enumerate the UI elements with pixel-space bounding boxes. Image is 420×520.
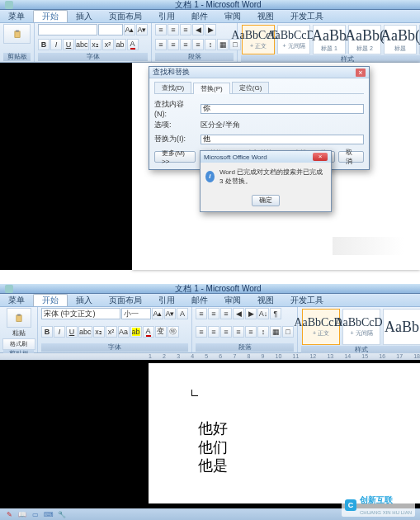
enclose-char-button[interactable]: ㊕ [168, 326, 179, 338]
underline-button[interactable]: U [63, 39, 74, 50]
superscript-button-2[interactable]: x² [106, 326, 117, 338]
subscript-button[interactable]: x₂ [90, 39, 101, 50]
wrench-icon[interactable]: 🔧 [58, 510, 66, 518]
font-color-button-2[interactable]: A [143, 326, 154, 338]
clear-formatting-button[interactable]: A [177, 308, 188, 319]
number-list-button-2[interactable]: ≡ [208, 308, 219, 319]
strike-button[interactable]: abc [75, 39, 89, 50]
subscript-button-2[interactable]: x₂ [93, 326, 105, 338]
tab-home[interactable]: 开始 [33, 10, 68, 22]
grow-font-button[interactable]: A▴ [124, 24, 135, 35]
style-h1-2[interactable]: AaBb [383, 309, 420, 345]
shrink-font-button[interactable]: A▾ [136, 24, 148, 35]
align-justify-button[interactable]: ≡ [192, 39, 204, 50]
office-button-2[interactable] [5, 285, 13, 293]
indent-inc-button-2[interactable]: ▶ [245, 308, 257, 319]
italic-button-2[interactable]: I [54, 326, 65, 338]
font-size-combo-2[interactable]: 小一 [121, 308, 151, 319]
italic-button[interactable]: I [50, 39, 62, 50]
keyboard-icon[interactable]: ⌨ [45, 510, 53, 518]
show-marks-button[interactable]: ¶ [270, 308, 281, 319]
tab-references[interactable]: 引用 [150, 11, 183, 22]
cancel-button[interactable]: 取消 [338, 151, 364, 163]
document-body-text-2[interactable]: 他好 他们 他是 [198, 419, 228, 475]
tab-layout[interactable]: 页面布局 [101, 11, 150, 22]
tab-layout-2[interactable]: 页面布局 [101, 295, 150, 306]
tab-insert[interactable]: 插入 [68, 11, 101, 22]
spellcheck-icon[interactable]: ✎ [5, 510, 13, 518]
tab-find[interactable]: 查找(D) [154, 82, 191, 93]
replace-input[interactable] [201, 135, 364, 144]
font-name-combo[interactable] [38, 24, 97, 35]
dialog-close-button[interactable]: × [356, 69, 366, 77]
tab-mail[interactable]: 邮件 [183, 11, 216, 22]
highlight-button-2[interactable]: ab [130, 326, 142, 338]
tab-goto[interactable]: 定位(G) [232, 82, 270, 93]
superscript-button[interactable]: x² [102, 39, 114, 50]
bold-button-2[interactable]: B [41, 326, 53, 338]
style-nospacing[interactable]: AaBbCcDd + 无间隔 [277, 25, 310, 54]
shrink-font-button-2[interactable]: A▾ [164, 308, 176, 319]
highlight-button[interactable]: ab [115, 39, 126, 50]
tab-view[interactable]: 视图 [249, 11, 282, 22]
align-center-button[interactable]: ≡ [168, 39, 179, 50]
align-left-button-2[interactable]: ≡ [196, 326, 207, 338]
style-h2[interactable]: AaBb( 标题 2 [348, 25, 381, 54]
page-2[interactable]: 他好 他们 他是 [149, 363, 420, 503]
font-size-combo[interactable] [98, 24, 123, 35]
bold-button[interactable]: B [38, 39, 50, 50]
tab-mail-2[interactable]: 邮件 [183, 295, 216, 306]
font-name-combo-2[interactable]: 宋体 (中文正文) [41, 308, 120, 319]
style-h1[interactable]: AaBb 标题 1 [313, 25, 346, 54]
tab-devtools-2[interactable]: 开发工具 [282, 295, 332, 306]
border-button-2[interactable]: □ [282, 326, 294, 338]
tab-devtools[interactable]: 开发工具 [282, 11, 332, 22]
indent-dec-button-2[interactable]: ◀ [233, 308, 244, 319]
messagebox-close-button[interactable]: × [313, 153, 328, 161]
line-spacing-button[interactable]: ↕ [205, 39, 216, 50]
align-left-button[interactable]: ≡ [155, 39, 167, 50]
phonetic-guide-button[interactable]: 变 [155, 326, 167, 338]
tab-review-2[interactable]: 审阅 [216, 295, 249, 306]
align-right-button-2[interactable]: ≡ [220, 326, 232, 338]
tab-replace[interactable]: 替换(P) [193, 83, 230, 94]
page-view-icon[interactable]: ▭ [31, 510, 40, 518]
align-distribute-button[interactable]: ≡ [245, 326, 257, 338]
tab-view-2[interactable]: 视图 [249, 295, 282, 306]
paste-button-2[interactable] [7, 308, 31, 328]
ok-button[interactable]: 确定 [252, 195, 280, 206]
tab-insert-2[interactable]: 插入 [68, 295, 101, 306]
tab-home-2[interactable]: 开始 [33, 294, 68, 306]
bullet-list-button-2[interactable]: ≡ [196, 308, 207, 319]
line-spacing-button-2[interactable]: ↕ [257, 326, 269, 338]
messagebox-title-bar[interactable]: Microsoft Office Word × [201, 151, 331, 163]
find-input[interactable] [201, 104, 364, 114]
shading-button[interactable]: ▦ [217, 39, 229, 50]
style-nospacing-2[interactable]: AaBbCcDd + 无间隔 [342, 309, 380, 345]
shading-button-2[interactable]: ▦ [270, 326, 281, 338]
indent-inc-button[interactable]: ▶ [205, 24, 216, 35]
font-color-button[interactable]: A [127, 39, 139, 50]
tab-references-2[interactable]: 引用 [150, 295, 183, 306]
number-list-button[interactable]: ≡ [168, 24, 179, 35]
more-button[interactable]: 更多(M) >> [154, 151, 196, 163]
tab-menu-2[interactable]: 菜单 [0, 295, 33, 306]
align-center-button-2[interactable]: ≡ [208, 326, 219, 338]
book-icon[interactable]: 📖 [18, 510, 26, 518]
format-painter-button[interactable]: 格式刷 [2, 338, 35, 350]
strike-button-2[interactable]: abc [78, 326, 92, 338]
tab-menu[interactable]: 菜单 [0, 11, 33, 22]
paste-button[interactable] [3, 24, 31, 44]
multilevel-list-button[interactable]: ≡ [180, 24, 191, 35]
change-case-button[interactable]: Aa [118, 326, 130, 338]
dialog-title-bar[interactable]: 查找和替换 × [149, 67, 369, 78]
multilevel-list-button-2[interactable]: ≡ [220, 308, 232, 319]
underline-button-2[interactable]: U [66, 326, 78, 338]
indent-dec-button[interactable]: ◀ [192, 24, 204, 35]
style-title[interactable]: AaBb( 标题 [384, 25, 417, 54]
sort-button[interactable]: A↓ [257, 308, 269, 319]
align-justify-button-2[interactable]: ≡ [233, 326, 244, 338]
bullet-list-button[interactable]: ≡ [155, 24, 167, 35]
grow-font-button-2[interactable]: A▴ [152, 308, 163, 319]
align-right-button[interactable]: ≡ [180, 39, 191, 50]
